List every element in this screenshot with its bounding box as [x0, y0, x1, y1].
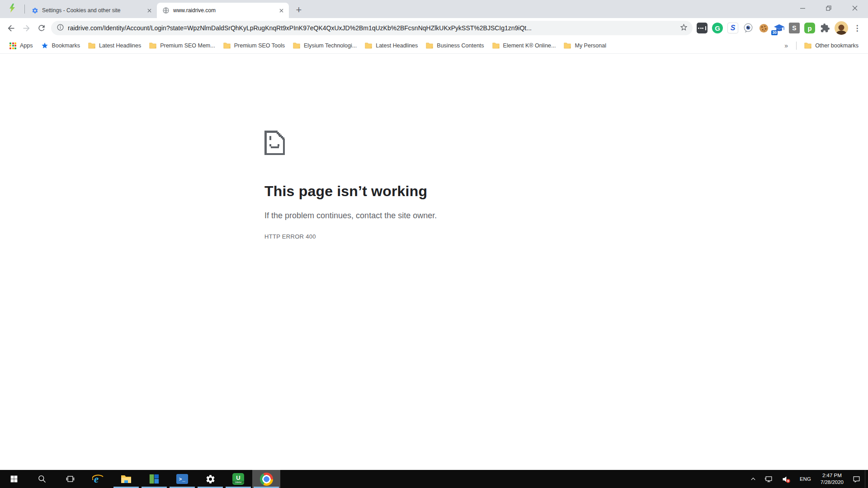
file-explorer-icon [120, 474, 132, 484]
file-explorer-button[interactable] [112, 470, 140, 488]
bookmarks-divider [796, 42, 797, 50]
cookie-extension[interactable] [758, 22, 769, 34]
person-icon [835, 24, 848, 35]
clock-time: 2:47 PM [821, 472, 844, 479]
folder-icon [365, 42, 372, 49]
tab-close-icon[interactable] [277, 6, 285, 14]
powershell-icon: >_ [176, 474, 188, 484]
search-button[interactable] [28, 470, 56, 488]
back-button[interactable] [3, 20, 19, 36]
action-center-icon [852, 475, 861, 483]
error-code: HTTP ERROR 400 [264, 233, 604, 240]
extensions-menu[interactable] [819, 22, 831, 34]
internet-explorer-button[interactable]: e [84, 470, 112, 488]
network-status[interactable] [760, 470, 777, 488]
folder-icon [426, 42, 433, 49]
folder-icon [223, 42, 231, 49]
bookmark-label: Bookmarks [52, 42, 80, 49]
apps-shortcut[interactable]: Apps [5, 41, 37, 51]
extensions-area: G S [695, 21, 865, 35]
internet-explorer-icon: e [92, 473, 104, 485]
bookmark-label: Premium SEO Mem... [160, 42, 215, 49]
windows-logo-icon [10, 475, 18, 483]
purevpn-extension[interactable]: p [804, 22, 816, 34]
blue-s-extension[interactable]: S [727, 22, 739, 34]
udeler-button[interactable]: U Udeler [224, 470, 252, 488]
eye-icon [743, 23, 754, 33]
reload-button[interactable] [34, 20, 49, 36]
tab-divider [24, 5, 25, 14]
bookmarks-bar: Apps Bookmarks Latest Headlines Premium … [0, 38, 868, 54]
gear-icon [205, 474, 216, 484]
bookmark-label: Latest Headlines [376, 42, 418, 49]
gray-s-extension[interactable]: S [788, 22, 800, 34]
speaker-muted-icon [781, 474, 791, 484]
task-view-button[interactable] [56, 470, 84, 488]
chrome-menu-button[interactable]: ⋮ [852, 23, 863, 33]
grammarly-extension[interactable]: G [712, 22, 723, 34]
tab-strip: Settings - Cookies and other site www.ra… [0, 0, 868, 18]
bookmark-label: Other bookmarks [815, 42, 859, 49]
eye-extension[interactable] [742, 22, 754, 34]
password-manager-extension[interactable] [696, 22, 708, 34]
profile-avatar[interactable] [835, 21, 848, 35]
minimize-button[interactable] [789, 0, 816, 16]
chevron-up-icon [750, 476, 756, 482]
gear-favicon-icon [31, 7, 38, 14]
bookmark-folder[interactable]: Latest Headlines [84, 41, 145, 51]
tab-raidrive[interactable]: www.raidrive.com [157, 3, 289, 18]
page-info-icon[interactable] [57, 23, 64, 33]
bookmark-folder[interactable]: Premium SEO Mem... [145, 41, 219, 51]
chrome-logo-icon [260, 473, 273, 486]
purevpn-icon: p [804, 23, 815, 33]
bookmark-label: Latest Headlines [99, 42, 141, 49]
forward-button[interactable] [19, 20, 34, 36]
lightning-bolt-icon [9, 4, 15, 14]
language-indicator[interactable]: ENG [795, 470, 816, 488]
tiles-app-button[interactable] [140, 470, 168, 488]
tray-chevron-button[interactable] [746, 470, 760, 488]
chrome-button[interactable] [252, 470, 280, 488]
restore-button[interactable] [816, 0, 842, 16]
other-bookmarks-folder[interactable]: Other bookmarks [800, 41, 863, 51]
settings-button[interactable] [196, 470, 224, 488]
show-desktop-button[interactable] [865, 470, 868, 488]
bookmark-folder[interactable]: My Personal [560, 41, 610, 51]
apps-grid-icon [9, 42, 16, 49]
address-bar[interactable]: raidrive.com/Identity/Account/Login?stat… [51, 21, 693, 35]
bookmark-label: Premium SEO Tools [234, 42, 285, 49]
start-button[interactable] [0, 470, 28, 488]
udeler-icon: U Udeler [232, 473, 244, 485]
bookmarks-shortcut[interactable]: Bookmarks [37, 40, 85, 51]
grammarly-icon: G [712, 23, 723, 33]
action-center-button[interactable] [848, 470, 865, 488]
tab-close-icon[interactable] [145, 6, 153, 14]
browser-toolbar: raidrive.com/Identity/Account/Login?stat… [0, 18, 868, 38]
volume-status[interactable] [777, 470, 795, 488]
bookmark-label: Apps [20, 42, 33, 49]
bookmark-star-icon[interactable] [679, 23, 688, 33]
window-controls [789, 0, 868, 16]
folder-icon [804, 42, 811, 49]
close-window-button[interactable] [842, 0, 868, 16]
folder-icon [492, 42, 500, 49]
clock[interactable]: 2:47 PM 7/28/2020 [816, 472, 848, 486]
bookmark-label: Element K® Online... [503, 42, 556, 49]
gray-s-icon: S [789, 23, 800, 33]
cookie-icon [759, 23, 769, 33]
bookmark-folder[interactable]: Premium SEO Tools [219, 41, 289, 51]
tab-settings[interactable]: Settings - Cookies and other site [26, 3, 157, 18]
task-view-icon [66, 474, 75, 483]
bookmark-folder[interactable]: Element K® Online... [488, 41, 560, 51]
education-extension[interactable]: 30 [773, 22, 785, 34]
bookmark-folder[interactable]: Latest Headlines [361, 41, 422, 51]
powershell-button[interactable]: >_ [168, 470, 196, 488]
folder-icon [88, 42, 95, 49]
bookmarks-overflow-chevron[interactable]: » [780, 41, 793, 50]
bookmark-folder[interactable]: Elysium Technologi... [289, 41, 361, 51]
pinned-tab[interactable] [0, 0, 24, 18]
bookmark-folder[interactable]: Business Contents [422, 41, 488, 51]
url-text[interactable]: raidrive.com/Identity/Account/Login?stat… [68, 24, 676, 32]
new-tab-button[interactable]: + [292, 4, 305, 16]
search-icon [38, 474, 47, 483]
